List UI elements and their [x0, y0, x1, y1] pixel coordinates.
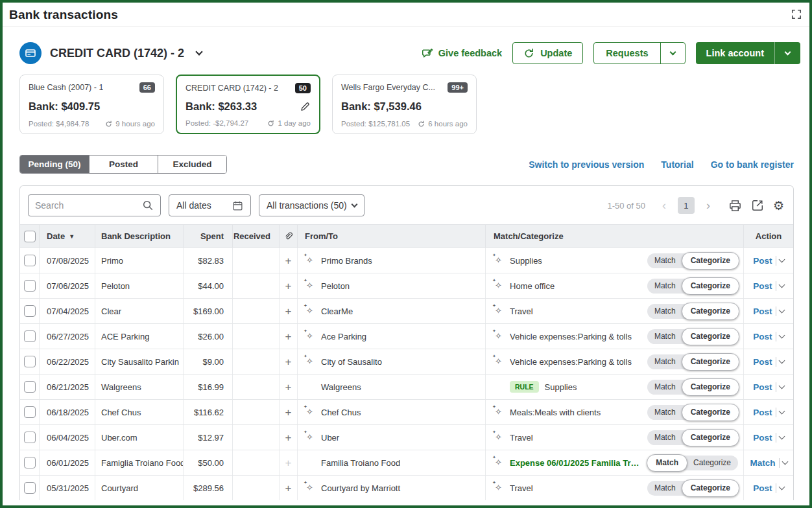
- account-card-blue-cash[interactable]: Blue Cash (2007) - 1 66 Bank: $409.75 Po…: [19, 75, 164, 134]
- export-icon[interactable]: [751, 199, 764, 212]
- requests-dropdown-button[interactable]: [660, 43, 685, 64]
- category-suggestion[interactable]: Meals:Meals with clients: [510, 408, 601, 417]
- row-action-button[interactable]: Post: [753, 357, 772, 367]
- add-attachment-button[interactable]: +: [285, 407, 292, 418]
- category-suggestion[interactable]: Home office: [510, 281, 555, 291]
- row-checkbox[interactable]: [24, 482, 36, 494]
- category-suggestion[interactable]: Travel: [510, 483, 533, 493]
- previous-page-button[interactable]: ‹: [660, 200, 669, 211]
- action-dropdown-chevron[interactable]: [778, 332, 785, 339]
- category-suggestion[interactable]: Supplies: [545, 382, 577, 392]
- match-categorize-toggle[interactable]: Match Categorize: [647, 279, 738, 294]
- print-icon[interactable]: [728, 199, 742, 213]
- gear-icon[interactable]: ⚙: [773, 200, 784, 212]
- row-action-button[interactable]: Post: [753, 281, 772, 291]
- next-page-button[interactable]: ›: [704, 200, 713, 211]
- toggle-match-option[interactable]: Match: [647, 279, 683, 294]
- expand-icon[interactable]: [791, 9, 802, 19]
- action-dropdown-chevron[interactable]: [778, 433, 785, 440]
- link-account-split-button[interactable]: Link account: [696, 42, 800, 64]
- toggle-categorize-option[interactable]: Categorize: [682, 378, 739, 396]
- row-checkbox[interactable]: [24, 356, 36, 367]
- match-categorize-toggle[interactable]: Match Categorize: [647, 329, 738, 344]
- match-categorize-toggle[interactable]: Match Categorize: [647, 253, 738, 268]
- match-categorize-toggle[interactable]: Match Categorize: [647, 304, 738, 319]
- row-action-button[interactable]: Post: [753, 332, 772, 341]
- toggle-match-option[interactable]: Match: [647, 430, 683, 445]
- category-suggestion[interactable]: Expense 06/01/2025 Familia Troiano Food …: [510, 458, 643, 468]
- select-all-checkbox[interactable]: [24, 231, 36, 242]
- category-suggestion[interactable]: Travel: [510, 306, 533, 316]
- tutorial-link[interactable]: Tutorial: [661, 159, 693, 170]
- row-checkbox[interactable]: [24, 255, 36, 266]
- transaction-type-dropdown[interactable]: All transactions (50): [259, 194, 364, 216]
- account-card-wells-fargo[interactable]: Wells Fargo Everyday C... 99+ Bank: $7,5…: [332, 75, 477, 134]
- row-checkbox[interactable]: [24, 457, 36, 468]
- tab-posted[interactable]: Posted: [89, 156, 158, 173]
- column-header-date[interactable]: Date ▼: [40, 225, 95, 248]
- add-attachment-button[interactable]: +: [285, 331, 292, 342]
- pencil-icon[interactable]: [300, 101, 311, 112]
- row-checkbox[interactable]: [24, 406, 36, 418]
- action-dropdown-chevron[interactable]: [782, 459, 788, 465]
- add-attachment-button[interactable]: +: [285, 281, 292, 292]
- row-checkbox[interactable]: [24, 305, 36, 317]
- tab-excluded[interactable]: Excluded: [158, 156, 226, 173]
- row-checkbox[interactable]: [24, 280, 36, 292]
- action-dropdown-chevron[interactable]: [778, 282, 785, 288]
- match-categorize-toggle[interactable]: Match Categorize: [647, 380, 738, 395]
- go-to-bank-register-link[interactable]: Go to bank register: [711, 159, 794, 170]
- row-checkbox[interactable]: [24, 432, 36, 443]
- toggle-match-option[interactable]: Match: [647, 481, 683, 496]
- action-dropdown-chevron[interactable]: [778, 408, 785, 415]
- search-input[interactable]: [35, 200, 142, 211]
- row-action-button[interactable]: Post: [753, 256, 772, 266]
- row-action-button[interactable]: Post: [753, 483, 772, 493]
- add-attachment-button[interactable]: +: [285, 457, 292, 468]
- toggle-categorize-option[interactable]: Categorize: [682, 328, 739, 345]
- toggle-match-option[interactable]: Match: [647, 380, 683, 395]
- row-action-button[interactable]: Post: [753, 433, 772, 443]
- category-suggestion[interactable]: Vehicle expenses:Parking & tolls: [510, 332, 632, 341]
- account-card-credit-card[interactable]: CREDIT CARD (1742) - 2 50 Bank: $263.33 …: [176, 75, 320, 134]
- category-suggestion[interactable]: Vehicle expenses:Parking & tolls: [510, 357, 632, 367]
- match-categorize-toggle[interactable]: Match Categorize: [648, 456, 738, 470]
- action-dropdown-chevron[interactable]: [778, 358, 785, 364]
- add-attachment-button[interactable]: +: [285, 432, 292, 443]
- add-attachment-button[interactable]: +: [285, 356, 292, 367]
- switch-previous-version-link[interactable]: Switch to previous version: [529, 159, 644, 170]
- add-attachment-button[interactable]: +: [285, 483, 292, 494]
- add-attachment-button[interactable]: +: [285, 306, 292, 317]
- action-dropdown-chevron[interactable]: [778, 307, 785, 314]
- toggle-categorize-option[interactable]: Categorize: [682, 252, 739, 270]
- link-account-label[interactable]: Link account: [696, 42, 774, 64]
- account-selector[interactable]: CREDIT CARD (1742) - 2: [19, 42, 202, 64]
- search-box[interactable]: [28, 194, 161, 216]
- match-categorize-toggle[interactable]: Match Categorize: [647, 430, 738, 445]
- give-feedback-button[interactable]: Give feedback: [422, 47, 502, 60]
- toggle-categorize-option[interactable]: Categorize: [682, 303, 739, 320]
- action-dropdown-chevron[interactable]: [778, 257, 785, 263]
- current-page-button[interactable]: 1: [678, 197, 695, 214]
- date-filter-dropdown[interactable]: All dates: [169, 194, 251, 216]
- add-attachment-button[interactable]: +: [285, 382, 292, 393]
- requests-split-button[interactable]: Requests: [593, 42, 685, 64]
- toggle-categorize-option[interactable]: Categorize: [682, 479, 739, 497]
- category-suggestion[interactable]: Travel: [510, 433, 533, 443]
- toggle-categorize-option[interactable]: Categorize: [682, 353, 739, 371]
- update-button[interactable]: Update: [512, 42, 583, 64]
- match-categorize-toggle[interactable]: Match Categorize: [647, 354, 738, 369]
- row-checkbox[interactable]: [24, 381, 36, 393]
- add-attachment-button[interactable]: +: [285, 255, 292, 266]
- toggle-match-option[interactable]: Match: [647, 354, 683, 369]
- action-dropdown-chevron[interactable]: [778, 484, 785, 491]
- toggle-categorize-option[interactable]: Categorize: [682, 277, 739, 295]
- toggle-match-option[interactable]: Match: [647, 454, 687, 472]
- row-checkbox[interactable]: [24, 330, 36, 342]
- toggle-match-option[interactable]: Match: [647, 405, 683, 420]
- category-suggestion[interactable]: Supplies: [510, 256, 542, 266]
- tab-pending[interactable]: Pending (50): [20, 156, 89, 173]
- action-dropdown-chevron[interactable]: [778, 383, 785, 389]
- toggle-match-option[interactable]: Match: [647, 304, 683, 319]
- match-categorize-toggle[interactable]: Match Categorize: [647, 405, 738, 420]
